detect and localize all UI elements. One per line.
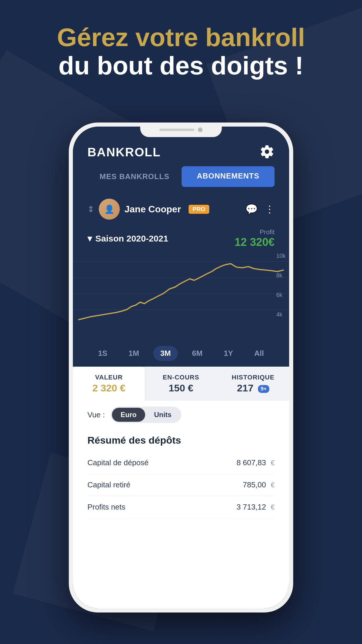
capital-retire-right: 785,00 € <box>243 480 275 489</box>
y-label-10k: 10k <box>276 253 286 259</box>
season-row: ▾ Saison 2020-2021 Profit 12 320€ <box>73 225 289 250</box>
time-1y[interactable]: 1Y <box>217 346 240 361</box>
capital-depose-label: Capital de déposé <box>87 458 149 467</box>
chart-y-labels: 10k 8k 6k 4k <box>276 253 286 318</box>
chat-icon[interactable]: 💬 <box>245 203 258 215</box>
more-icon[interactable]: ⋮ <box>265 203 275 215</box>
capital-depose-value: 8 607,83 <box>236 458 266 467</box>
capital-retire-value: 785,00 <box>243 480 266 489</box>
historique-label: HISTORIQUE <box>220 374 286 381</box>
season-left[interactable]: ▾ Saison 2020-2021 <box>87 233 168 244</box>
toggle-euro[interactable]: Euro <box>112 408 145 422</box>
chart-area: 10k 8k 6k 4k <box>73 250 289 343</box>
expand-icon[interactable]: ⇕ <box>87 204 94 214</box>
summary-row-capital-depose: Capital de déposé 8 607,83 € <box>87 452 275 474</box>
summary-section: Résumé des dépôts Capital de déposé 8 60… <box>73 429 289 608</box>
time-1s[interactable]: 1S <box>91 346 114 361</box>
stats-tab-historique[interactable]: HISTORIQUE 217 9+ <box>217 367 289 401</box>
capital-depose-currency: € <box>271 459 275 467</box>
capital-retire-currency: € <box>271 481 275 489</box>
phone-outer: BANKROLL MES BANKROLLS ABONNEMENTS <box>69 123 293 612</box>
capital-depose-right: 8 607,83 € <box>236 458 275 467</box>
valeur-number: 2 320 <box>92 382 117 393</box>
avatar: 👤 <box>99 199 120 220</box>
tab-abonnements[interactable]: ABONNEMENTS <box>182 166 275 187</box>
tab-bar: MES BANKROLLS ABONNEMENTS <box>73 166 289 193</box>
time-6m[interactable]: 6M <box>185 346 210 361</box>
app-title: BANKROLL <box>87 145 161 159</box>
valeur-label: VALEUR <box>76 374 142 381</box>
stats-tab-valeur[interactable]: VALEUR 2 320 € <box>73 367 145 401</box>
time-all[interactable]: All <box>247 346 271 361</box>
user-right: 💬 ⋮ <box>245 203 275 215</box>
phone-screen: BANKROLL MES BANKROLLS ABONNEMENTS <box>73 127 289 608</box>
valeur-value: 2 320 € <box>76 382 142 394</box>
badge-9plus: 9+ <box>258 385 269 393</box>
profit-value: 12 320€ <box>235 236 275 249</box>
season-right: Profit 12 320€ <box>235 228 275 249</box>
notch-bar <box>159 129 194 131</box>
tab-mes-bankrolls[interactable]: MES BANKROLLS <box>87 166 182 187</box>
time-selector: 1S 1M 3M 6M 1Y All <box>73 343 289 367</box>
time-3m[interactable]: 3M <box>153 346 178 361</box>
app-content: BANKROLL MES BANKROLLS ABONNEMENTS <box>73 127 289 608</box>
y-label-8k: 8k <box>276 272 286 279</box>
user-name: Jane Cooper <box>124 204 181 215</box>
avatar-img: 👤 <box>99 199 120 220</box>
y-label-4k: 4k <box>276 311 286 318</box>
y-label-6k: 6k <box>276 292 286 298</box>
summary-row-capital-retire: Capital retiré 785,00 € <box>87 474 275 496</box>
profit-chart <box>73 253 289 326</box>
en-cours-value: 150 € <box>148 382 214 394</box>
historique-number: 217 <box>237 382 254 393</box>
phone-notch <box>140 123 222 137</box>
valeur-currency: € <box>120 382 125 393</box>
stats-tab-en-cours[interactable]: EN-COURS 150 € <box>145 367 217 401</box>
user-row: ⇕ 👤 Jane Cooper PRO 💬 ⋮ <box>73 193 289 225</box>
en-cours-label: EN-COURS <box>148 374 214 381</box>
hero-section: Gérez votre bankroll du bout des doigts … <box>0 23 362 80</box>
summary-title: Résumé des dépôts <box>87 435 275 446</box>
toggle-group: Euro Units <box>111 407 182 423</box>
profits-nets-currency: € <box>271 503 275 511</box>
settings-button[interactable] <box>259 144 275 160</box>
hero-line2: du bout des doigts ! <box>0 52 362 80</box>
summary-row-profits-nets: Profits nets 3 713,12 € <box>87 496 275 518</box>
phone-mockup: BANKROLL MES BANKROLLS ABONNEMENTS <box>69 123 293 612</box>
season-label: Saison 2020-2021 <box>95 234 168 244</box>
capital-retire-label: Capital retiré <box>87 480 130 489</box>
profits-nets-right: 3 713,12 € <box>236 503 275 512</box>
view-toggle-row: Vue : Euro Units <box>73 401 289 429</box>
user-left: ⇕ 👤 Jane Cooper PRO <box>87 199 209 220</box>
stats-tabs: VALEUR 2 320 € EN-COURS 150 € HISTORIQUE <box>73 367 289 401</box>
profit-label: Profit <box>235 228 275 236</box>
toggle-units[interactable]: Units <box>145 408 180 422</box>
historique-value: 217 9+ <box>220 382 286 394</box>
hero-line1: Gérez votre bankroll <box>0 23 362 52</box>
notch-camera <box>198 127 203 132</box>
gear-icon <box>259 144 275 159</box>
pro-badge: PRO <box>189 205 209 214</box>
profits-nets-label: Profits nets <box>87 503 125 512</box>
view-label: Vue : <box>87 410 105 419</box>
chevron-down-icon: ▾ <box>87 233 92 244</box>
time-1m[interactable]: 1M <box>122 346 146 361</box>
profits-nets-value: 3 713,12 <box>236 503 266 512</box>
